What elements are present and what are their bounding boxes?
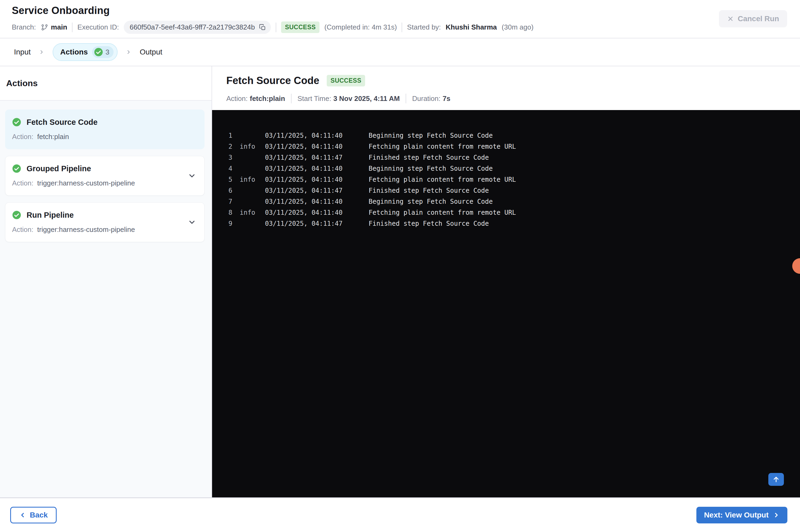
log-line: 403/11/2025, 04:11:40Beginning step Fetc… [212,163,800,174]
stepper-tabs: Input Actions 3 Output [0,38,800,66]
actions-sidebar: Actions Fetch Source Code Action:fetch:p… [0,66,212,497]
divider [402,22,402,32]
card-title-row: Run Pipeline [12,210,196,220]
log-message: Finished step Fetch Source Code [368,154,800,161]
actions-list: Fetch Source Code Action:fetch:plain Gro… [0,101,212,497]
log-timestamp: 03/11/2025, 04:11:40 [265,209,368,216]
log-message: Finished step Fetch Source Code [368,220,800,227]
meta-label: Start Time: [298,94,331,102]
action-detail-panel: Fetch Source Code SUCCESS Action:fetch:p… [212,66,800,497]
status-badge: SUCCESS [281,21,320,33]
check-circle-icon [12,164,21,173]
log-line-number: 7 [228,198,240,205]
scroll-to-top-button[interactable] [768,473,784,486]
chevron-down-icon[interactable] [188,218,196,227]
chevron-down-icon[interactable] [188,172,196,180]
cancel-run-button[interactable]: Cancel Run [719,10,787,27]
execution-id-value: 660f50a7-5eef-43a6-9ff7-2a2179c3824b [130,23,255,32]
check-circle-icon [94,48,103,57]
meta-value: 7s [443,94,451,102]
arrow-up-icon [772,475,780,483]
meta-label: Action: [226,94,248,102]
log-timestamp: 03/11/2025, 04:11:40 [265,132,368,139]
chevron-right-icon [39,49,44,55]
started-by-label: Started by: [407,23,441,32]
tab-input[interactable]: Input [14,48,31,56]
divider [406,94,406,103]
action-card-title: Run Pipeline [26,211,74,220]
page-title: Service Onboarding [12,5,788,16]
log-message: Fetching plain content from remote URL [368,143,800,150]
action-card-run-pipeline[interactable]: Run Pipeline Action:trigger:harness-cust… [5,203,205,242]
actions-count: 3 [106,48,109,56]
log-level: info [240,176,265,183]
log-timestamp: 03/11/2025, 04:11:47 [265,220,368,227]
log-message: Fetching plain content from remote URL [368,176,800,183]
log-line-number: 9 [228,220,240,227]
action-card-title: Fetch Source Code [26,118,97,127]
chevron-right-icon [126,49,132,55]
meta-item: Action:fetch:plain [226,94,285,103]
action-value: trigger:harness-custom-pipeline [37,179,135,187]
card-title-row: Fetch Source Code [12,118,196,127]
branch-name: main [51,23,68,32]
log-line: 5info03/11/2025, 04:11:40Fetching plain … [212,174,800,185]
tab-actions-label: Actions [60,48,88,56]
action-card-meta: Action:trigger:harness-custom-pipeline [12,226,196,234]
actions-count-badge: 3 [92,46,114,58]
branch-value: main [41,23,68,32]
next-view-output-button[interactable]: Next: View Output [697,507,787,524]
check-circle-icon [12,210,21,220]
log-line: 8info03/11/2025, 04:11:40Fetching plain … [212,207,800,218]
tab-actions[interactable]: Actions 3 [53,43,118,61]
log-timestamp: 03/11/2025, 04:11:40 [265,176,368,183]
execution-meta-row: Branch: main Execution ID: 660f50a7-5eef… [12,21,788,34]
log-timestamp: 03/11/2025, 04:11:47 [265,187,368,194]
branch-label: Branch: [12,23,36,32]
log-level: info [240,143,265,150]
log-message: Beginning step Fetch Source Code [368,198,800,205]
back-button[interactable]: Back [10,507,57,524]
log-message: Beginning step Fetch Source Code [368,165,800,172]
close-icon [727,15,734,22]
log-line: 2info03/11/2025, 04:11:40Fetching plain … [212,141,800,152]
action-label: Action: [12,226,34,233]
content-area: Actions Fetch Source Code Action:fetch:p… [0,66,800,498]
log-line-number: 2 [228,143,240,150]
action-card-meta: Action:fetch:plain [12,133,196,141]
chevron-right-icon [773,512,780,518]
log-console[interactable]: 103/11/2025, 04:11:40Beginning step Fetc… [212,110,800,497]
log-line: 103/11/2025, 04:11:40Beginning step Fetc… [212,130,800,141]
log-line: 703/11/2025, 04:11:40Beginning step Fetc… [212,196,800,207]
action-value: trigger:harness-custom-pipeline [37,226,135,233]
action-card-grouped-pipeline[interactable]: Grouped Pipeline Action:trigger:harness-… [5,156,205,196]
action-value: fetch:plain [37,133,69,141]
detail-header: Fetch Source Code SUCCESS Action:fetch:p… [212,66,800,110]
status-badge: SUCCESS [327,75,365,87]
log-timestamp: 03/11/2025, 04:11:40 [265,198,368,205]
workflow-execution-page: Service Onboarding Branch: main Executio… [0,0,800,532]
tab-output[interactable]: Output [139,48,162,56]
log-line: 603/11/2025, 04:11:47Finished step Fetch… [212,185,800,196]
log-message: Beginning step Fetch Source Code [368,132,800,139]
execution-id-pill[interactable]: 660f50a7-5eef-43a6-9ff7-2a2179c3824b [124,21,271,34]
footer-bar: Back Next: View Output [0,498,800,532]
divider [72,22,73,32]
action-card-fetch-source-code[interactable]: Fetch Source Code Action:fetch:plain [5,110,205,149]
log-message: Fetching plain content from remote URL [368,209,800,216]
log-timestamp: 03/11/2025, 04:11:47 [265,154,368,161]
action-label: Action: [12,179,34,187]
log-message: Finished step Fetch Source Code [368,187,800,194]
meta-value: 3 Nov 2025, 4:11 AM [334,94,400,102]
cancel-run-label: Cancel Run [738,15,779,23]
detail-title: Fetch Source Code [226,75,319,87]
detail-meta-row: Action:fetch:plain Start Time:3 Nov 2025… [226,94,788,103]
execution-id-label: Execution ID: [77,23,119,32]
log-line-number: 1 [228,132,240,139]
log-timestamp: 03/11/2025, 04:11:40 [265,165,368,172]
sidebar-heading: Actions [0,66,212,101]
git-branch-icon [41,24,48,31]
divider [276,22,276,32]
meta-item: Start Time:3 Nov 2025, 4:11 AM [298,94,400,103]
copy-icon[interactable] [259,24,266,31]
